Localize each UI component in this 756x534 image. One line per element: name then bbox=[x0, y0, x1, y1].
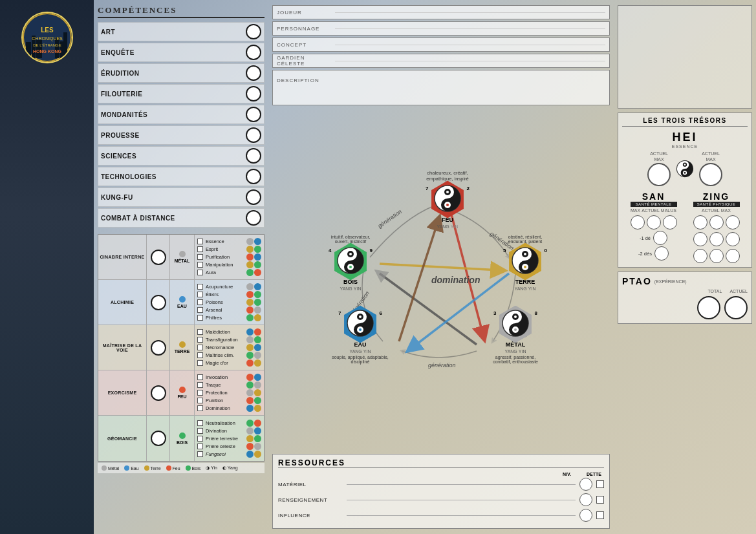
san-title: SAN bbox=[631, 191, 677, 202]
zing-c6[interactable] bbox=[726, 232, 740, 246]
skill-circle-kungfu[interactable] bbox=[246, 189, 261, 205]
skill-filouterie: Filouterie bbox=[101, 91, 142, 98]
elements-diagram: génération génération génération générat… bbox=[272, 108, 610, 451]
svg-point-41 bbox=[349, 266, 352, 268]
cinnabar-row-feu: Exorcisme Feu Invocation Traque Protecti… bbox=[98, 370, 264, 416]
skill-row: Prouesse bbox=[98, 125, 265, 145]
cin-label-geomancie: Géomancie bbox=[98, 416, 147, 461]
joueur-field[interactable]: JOUEUR bbox=[272, 5, 610, 19]
influence-dette[interactable] bbox=[596, 511, 604, 519]
skill-circle-filouterie[interactable] bbox=[246, 86, 261, 101]
skill-row: Érudition bbox=[98, 63, 265, 83]
ressources-section: Ressources NIV. DETTE Matériel Renseigne… bbox=[272, 454, 610, 529]
san-zing-row: SAN Santé Mentale MAX ACTUEL MALUS -1 dé bbox=[622, 191, 748, 263]
zing-title: ZING bbox=[693, 191, 740, 202]
influence-niv[interactable] bbox=[579, 509, 592, 522]
cin-circle-exorcisme[interactable] bbox=[147, 370, 170, 415]
gardien-field[interactable]: GARDIEN CÉLESTE bbox=[272, 54, 610, 68]
actuel-label-right: ACTUEL bbox=[702, 151, 720, 156]
hei-max-circle[interactable] bbox=[647, 163, 671, 186]
san-minus1-circle[interactable] bbox=[653, 231, 667, 245]
skill-circle-enquete[interactable] bbox=[246, 45, 261, 60]
zing-c8[interactable] bbox=[709, 249, 724, 263]
zing-c7[interactable] bbox=[693, 249, 707, 263]
description-field[interactable]: DESCRIPTION bbox=[272, 70, 610, 105]
cin-circle-alchimie[interactable] bbox=[147, 280, 170, 325]
skill-sciences: Sciences bbox=[101, 153, 136, 160]
element-bois: intuitif, observateur, ouvert, instincti… bbox=[325, 235, 376, 291]
skill-circle-sciences[interactable] bbox=[246, 148, 261, 164]
logo-circle: LES CHRONIQUES DE L'ÉTRANGE HONG KONG bbox=[21, 12, 73, 63]
san-minus2-row: -2 dés bbox=[631, 246, 677, 261]
ptao-subtitle: (Expérience) bbox=[654, 279, 687, 284]
ressource-row-renseignement: Renseignement bbox=[278, 493, 604, 506]
cin-element-metal: Métal bbox=[170, 235, 195, 279]
svg-point-45 bbox=[684, 164, 686, 166]
materiel-dette[interactable] bbox=[596, 480, 604, 488]
character-info: JOUEUR PERSONNAGE CONCEPT GARDIEN CÉLEST… bbox=[272, 5, 610, 105]
skill-technologies: Technologies bbox=[101, 173, 157, 180]
renseignement-dette[interactable] bbox=[596, 496, 604, 504]
ptao-circles bbox=[622, 296, 748, 319]
skill-art: Art bbox=[101, 28, 115, 36]
skill-mondanites: Mondanités bbox=[101, 111, 147, 118]
personnage-field[interactable]: PERSONNAGE bbox=[272, 21, 610, 36]
competences-title: Compétences bbox=[98, 5, 265, 18]
svg-text:génération: génération bbox=[428, 362, 456, 368]
max-label-left: MAX bbox=[654, 157, 664, 162]
svg-rect-6 bbox=[63, 32, 67, 58]
svg-point-21 bbox=[446, 204, 449, 206]
skill-circle-art[interactable] bbox=[246, 24, 261, 39]
skill-erudition: Érudition bbox=[101, 70, 140, 77]
svg-point-46 bbox=[684, 172, 686, 174]
ptao-total-circle[interactable] bbox=[697, 296, 720, 319]
san-c2[interactable] bbox=[647, 215, 661, 230]
svg-point-25 bbox=[524, 253, 526, 255]
zing-c2[interactable] bbox=[709, 215, 724, 230]
cinnabar-row-bois: Géomancie Bois Neutralisation Divination… bbox=[98, 416, 264, 461]
san-c3[interactable] bbox=[663, 215, 677, 230]
svg-point-31 bbox=[514, 328, 517, 331]
zing-actuel-label: ACTUEL bbox=[702, 208, 720, 213]
svg-point-20 bbox=[446, 191, 449, 193]
skill-circle-technologies[interactable] bbox=[246, 169, 261, 184]
ptao-actuel-circle[interactable] bbox=[724, 296, 748, 319]
ressource-row-influence: Influence bbox=[278, 509, 604, 522]
description-label: DESCRIPTION bbox=[277, 78, 319, 83]
cin-skills-feu: Invocation Traque Protection Punition Do… bbox=[195, 370, 264, 415]
skill-combat-distance: Combat à distance bbox=[101, 215, 175, 222]
zing-c5[interactable] bbox=[709, 232, 724, 246]
hei-actuel-circle[interactable] bbox=[699, 163, 722, 186]
zing-c3[interactable] bbox=[726, 215, 740, 230]
zing-c4[interactable] bbox=[693, 232, 707, 246]
skill-circle-combat-distance[interactable] bbox=[246, 210, 261, 226]
ptao-total-label: Total bbox=[707, 289, 722, 294]
cin-label-alchimie: Alchimie bbox=[98, 280, 147, 325]
san-circles-top bbox=[631, 215, 677, 230]
renseignement-niv[interactable] bbox=[579, 493, 592, 506]
materiel-niv[interactable] bbox=[579, 478, 592, 491]
san-minus2-circle[interactable] bbox=[654, 246, 669, 261]
ptao-section: PTAO (Expérience) Total Actuel bbox=[618, 272, 752, 324]
cin-element-terre: Terre bbox=[170, 325, 195, 370]
skill-circle-mondanites[interactable] bbox=[246, 107, 261, 122]
concept-field[interactable]: CONCEPT bbox=[272, 37, 610, 52]
cin-circle-geomancie[interactable] bbox=[147, 416, 170, 461]
svg-point-40 bbox=[349, 253, 352, 255]
cin-circle-cinabre[interactable] bbox=[147, 235, 170, 279]
concept-label: CONCEPT bbox=[277, 42, 335, 48]
ressources-headers: NIV. DETTE bbox=[278, 472, 604, 476]
svg-text:HONG KONG: HONG KONG bbox=[33, 49, 62, 54]
svg-point-30 bbox=[514, 315, 517, 318]
cinnabar-table: Cinabre Interne Métal Essence bbox=[98, 234, 265, 462]
cin-skills-metal: Essence Esprit bbox=[195, 235, 264, 279]
skill-circle-prouesse[interactable] bbox=[246, 127, 261, 143]
zing-c1[interactable] bbox=[693, 215, 707, 230]
skill-enquete: Enquête bbox=[101, 49, 135, 56]
skill-circle-erudition[interactable] bbox=[246, 65, 261, 81]
zing-circles-bot bbox=[693, 249, 740, 263]
san-c1[interactable] bbox=[631, 215, 645, 230]
cin-circle-maitrise[interactable] bbox=[147, 325, 170, 370]
zing-c9[interactable] bbox=[726, 249, 740, 263]
cinnabar-row-metal: Cinabre Interne Métal Essence bbox=[98, 235, 264, 280]
